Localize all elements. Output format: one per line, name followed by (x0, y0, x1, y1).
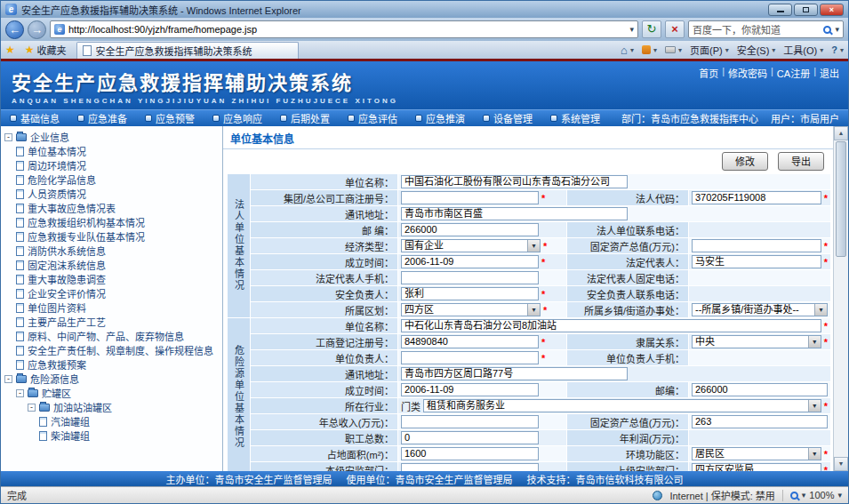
scrollbar-track[interactable] (834, 258, 848, 457)
tree-item[interactable]: -企业信息 (3, 130, 220, 144)
tree-item[interactable]: 原料、中间产物、产品、废弃物信息 (3, 329, 220, 343)
tree-expander-icon[interactable]: - (4, 133, 12, 141)
url-text[interactable]: http://localhost:90/yjzh/frame/homepage.… (68, 24, 626, 35)
dropdown-arrow-icon[interactable]: ▾ (808, 448, 821, 460)
dropdown-select[interactable]: --所属乡镇/街道办事处--▾ (692, 303, 828, 316)
favorites-button[interactable]: ★ 收藏夹 (19, 43, 73, 58)
dropdown-select[interactable]: 中央▾ (692, 335, 821, 348)
vertical-scrollbar[interactable]: ▲ ▼ (833, 126, 848, 471)
dropdown-select[interactable]: 居民区▾ (692, 447, 821, 460)
nav-item-6[interactable]: 应急推演 (415, 111, 465, 125)
tree-item[interactable]: 汽油罐组 (3, 414, 220, 428)
tree-item[interactable]: -贮罐区 (3, 386, 220, 400)
maximize-button[interactable] (794, 4, 818, 16)
help-button[interactable]: ?▾ (831, 44, 844, 55)
tree-item[interactable]: 单位图片资料 (3, 300, 220, 315)
tree-item[interactable]: 单位基本情况 (3, 144, 220, 158)
command-button[interactable]: 工具(O)▾ (783, 43, 823, 57)
banner-link[interactable]: 修改密码 (728, 66, 767, 80)
tree-item[interactable]: 固定泡沫系统信息 (3, 258, 220, 272)
text-input[interactable]: 1600 (401, 447, 539, 460)
text-input[interactable] (401, 463, 539, 471)
close-button[interactable]: × (820, 4, 844, 16)
minimize-button[interactable] (768, 4, 792, 16)
text-input[interactable]: 青岛市四方区周口路77号 (401, 367, 628, 380)
tree-item[interactable]: 人员资质情况 (3, 187, 220, 201)
tree-item[interactable]: 重大事故隐患调查 (3, 272, 220, 286)
text-input[interactable]: 84890840 (401, 335, 539, 348)
search-dropdown-icon[interactable]: ▾ (835, 25, 839, 34)
tree-item[interactable]: 周边环境情况 (3, 158, 220, 172)
tree-item[interactable]: 消防供水系统信息 (3, 244, 220, 258)
tree-item[interactable]: 安全生产责任制、规章制度、操作规程信息 (3, 343, 220, 357)
tree-expander-icon[interactable]: - (16, 389, 24, 397)
command-button[interactable]: 页面(P)▾ (690, 43, 729, 57)
text-input[interactable]: 266000 (692, 383, 828, 396)
search-input[interactable]: 百度一下，你就知道 ▾ (688, 20, 844, 38)
text-input[interactable]: 2006-11-09 (401, 383, 539, 396)
nav-item-2[interactable]: 应急预警 (145, 111, 195, 125)
nav-item-8[interactable]: 系统管理 (550, 111, 600, 125)
dropdown-select[interactable]: 四方区▾ (401, 303, 541, 316)
dropdown-arrow-icon[interactable]: ▾ (814, 304, 827, 316)
forward-button[interactable]: → (28, 20, 46, 39)
text-input[interactable] (401, 271, 539, 284)
nav-item-7[interactable]: 设备管理 (483, 111, 533, 125)
back-button[interactable]: ← (5, 20, 24, 39)
stop-button[interactable]: × (665, 20, 685, 38)
home-button[interactable]: ⌂▾ (621, 44, 634, 57)
scrollbar-thumb[interactable] (836, 141, 846, 257)
search-icon[interactable] (823, 26, 831, 34)
tree-item[interactable]: 主要产品生产工艺 (3, 315, 220, 329)
text-input[interactable]: 青岛市市南区百盛 (401, 207, 628, 220)
tree-item[interactable]: -危险源信息 (3, 372, 220, 386)
tree-item[interactable]: 重大事故应急情况表 (3, 201, 220, 215)
banner-link[interactable]: 首页 (699, 66, 718, 80)
dropdown-arrow-icon[interactable]: ▾ (808, 336, 821, 348)
text-input[interactable] (401, 191, 539, 204)
dropdown-arrow-icon[interactable]: ▾ (527, 304, 540, 316)
tree-expander-icon[interactable]: - (28, 404, 36, 412)
text-input[interactable]: 370205F119008 (692, 191, 821, 204)
nav-item-0[interactable]: 基础信息 (10, 111, 60, 125)
export-button[interactable]: 导出 (778, 152, 824, 171)
nav-item-1[interactable]: 应急准备 (77, 111, 127, 125)
text-input[interactable]: 0 (401, 431, 539, 444)
text-input[interactable]: 中石化山东青岛石油分公司8加油站 (401, 319, 821, 332)
tree-expander-icon[interactable]: - (4, 375, 12, 383)
scroll-down-icon[interactable]: ▼ (834, 457, 848, 471)
nav-item-4[interactable]: 后期处置 (280, 111, 330, 125)
nav-item-3[interactable]: 应急响应 (212, 111, 262, 125)
address-dropdown-icon[interactable]: ▾ (629, 25, 634, 34)
tree-item[interactable]: 危险化学品信息 (3, 172, 220, 187)
dropdown-arrow-icon[interactable]: ▾ (808, 400, 821, 412)
tree-item[interactable]: 柴油罐组 (3, 428, 220, 443)
scroll-up-icon[interactable]: ▲ (834, 126, 848, 140)
tab-active[interactable]: 安全生产应急救援指挥辅助决策系统 (76, 42, 299, 59)
dropdown-select[interactable]: 租赁和商务服务业▾ (423, 399, 821, 412)
text-input[interactable]: 2006-11-09 (401, 255, 539, 268)
address-field[interactable]: e http://localhost:90/yjzh/frame/homepag… (50, 20, 638, 38)
search-text[interactable]: 百度一下，你就知道 (693, 22, 820, 36)
text-input[interactable]: 中国石油化工股份有限公司山东青岛石油分公司 (401, 175, 628, 188)
text-input[interactable]: 四方区安监局 (692, 463, 821, 471)
nav-item-5[interactable]: 应急评估 (348, 111, 397, 125)
tree-item[interactable]: 企业安全评价情况 (3, 286, 220, 300)
refresh-button[interactable]: ↻ (642, 20, 661, 38)
dropdown-select[interactable]: 国有企业▾ (401, 239, 541, 252)
text-input[interactable]: 263 (692, 415, 828, 428)
zoom-control[interactable]: ▾ 100% ▾ (790, 490, 842, 500)
modify-button[interactable]: 修改 (722, 152, 768, 171)
tree-item[interactable]: -加油站油罐区 (3, 400, 220, 414)
dropdown-arrow-icon[interactable]: ▾ (527, 240, 540, 252)
text-input[interactable]: 张利 (401, 287, 539, 300)
tree-item[interactable]: 应急救援预案 (3, 357, 220, 372)
text-input[interactable] (401, 415, 539, 428)
text-input[interactable] (401, 351, 539, 364)
banner-link[interactable]: CA注册 (777, 66, 810, 80)
tree-item[interactable]: 应急救援专业队伍基本情况 (3, 229, 220, 244)
print-button[interactable]: ▾ (665, 46, 682, 54)
banner-link[interactable]: 退出 (820, 66, 839, 80)
command-button[interactable]: 安全(S)▾ (737, 43, 776, 57)
text-input[interactable]: 266000 (401, 223, 539, 236)
